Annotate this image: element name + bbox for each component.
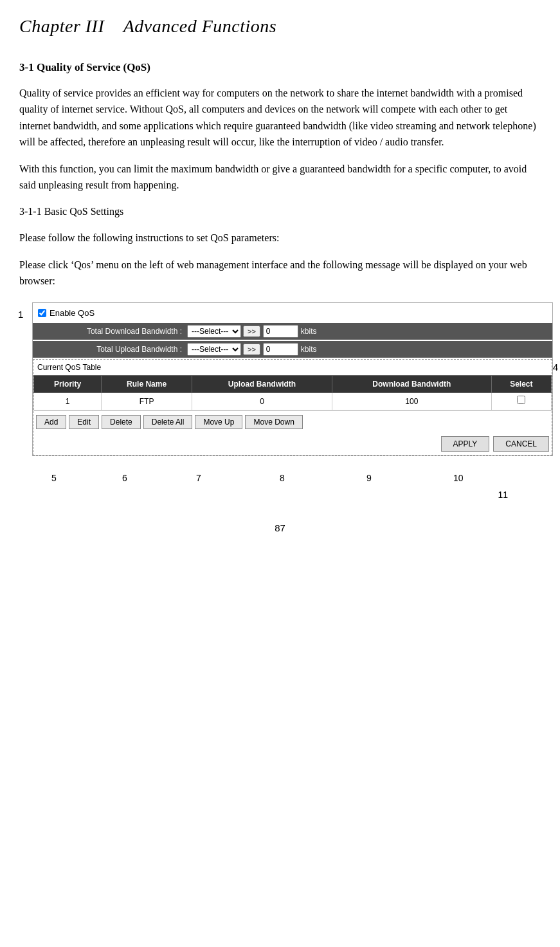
annotation-9: 9	[366, 472, 372, 485]
delete-all-button[interactable]: Delete All	[143, 415, 193, 429]
add-button[interactable]: Add	[36, 415, 66, 429]
edit-button[interactable]: Edit	[69, 415, 99, 429]
subsection-heading: 3-1-1 Basic QoS Settings	[19, 204, 541, 219]
qos-apply-row: APPLY CANCEL	[33, 433, 552, 455]
annotation-11: 11	[498, 488, 508, 502]
row-select-checkbox[interactable]	[517, 396, 525, 404]
annotation-10: 10	[453, 472, 464, 485]
qos-widget: Enable QoS Total Download Bandwidth : --…	[32, 302, 553, 457]
qos-table: Priority Rule Name Upload Bandwidth Down…	[33, 375, 552, 410]
page-title: Chapter III Advanced Functions	[19, 13, 541, 40]
col-upload-bw: Upload Bandwidth	[192, 376, 332, 393]
upload-arrow-button[interactable]: >>	[243, 344, 260, 355]
row-priority: 1	[34, 393, 102, 410]
enable-qos-label: Enable QoS	[50, 307, 95, 320]
enable-qos-checkbox[interactable]	[38, 309, 46, 317]
body-paragraph-1: Quality of service provides an efficient…	[19, 85, 541, 151]
move-up-button[interactable]: Move Up	[195, 415, 242, 429]
upload-label: Total Upload Bandwidth :	[33, 344, 187, 355]
row-download-bw: 100	[332, 393, 491, 410]
table-row: 1 FTP 0 100	[34, 393, 552, 410]
section-heading-text: 3-1 Quality of Service (QoS)	[19, 61, 150, 73]
download-label: Total Download Bandwidth :	[33, 326, 187, 337]
instruction-2: Please click ‘Qos’ menu on the left of w…	[19, 257, 541, 290]
title-label: Advanced Functions	[123, 16, 276, 36]
col-rule-name: Rule Name	[102, 376, 192, 393]
section-heading: 3-1 Quality of Service (QoS)	[19, 59, 541, 76]
page-number: 87	[19, 521, 541, 536]
col-select: Select	[491, 376, 551, 393]
row-rule-name: FTP	[102, 393, 192, 410]
upload-kbits-label: kbits	[301, 344, 317, 355]
download-select[interactable]: ---Select---	[187, 325, 241, 338]
download-value-input[interactable]	[263, 325, 298, 338]
apply-button[interactable]: APPLY	[441, 436, 490, 452]
upload-select[interactable]: ---Select---	[187, 343, 241, 356]
upload-value-input[interactable]	[263, 343, 298, 356]
row-upload-bw: 0	[192, 393, 332, 410]
col-priority: Priority	[34, 376, 102, 393]
download-arrow-button[interactable]: >>	[243, 326, 260, 337]
qos-table-section: Current QoS Table Priority Rule Name Upl…	[33, 359, 552, 455]
col-download-bw: Download Bandwidth	[332, 376, 491, 393]
download-kbits-label: kbits	[301, 326, 317, 337]
annotation-7: 7	[196, 472, 201, 485]
instruction-1: Please follow the following instructions…	[19, 230, 541, 246]
chapter-label: Chapter III	[19, 16, 104, 36]
move-down-button[interactable]: Move Down	[245, 415, 302, 429]
enable-qos-row: Enable QoS	[33, 303, 552, 324]
body-paragraph-2: With this function, you can limit the ma…	[19, 161, 541, 194]
upload-bandwidth-row: Total Upload Bandwidth : ---Select--- >>…	[33, 341, 552, 358]
delete-button[interactable]: Delete	[102, 415, 141, 429]
annotation-8: 8	[280, 472, 285, 485]
qos-buttons-row: Add Edit Delete Delete All Move Up Move …	[33, 410, 552, 433]
annotation-6: 6	[122, 472, 127, 485]
annotation-1: 1	[18, 308, 23, 322]
cancel-button[interactable]: CANCEL	[493, 436, 549, 452]
row-select[interactable]	[491, 393, 551, 410]
annotation-4: 4	[553, 360, 558, 375]
qos-table-title: Current QoS Table	[33, 360, 552, 375]
annotation-5: 5	[51, 472, 57, 485]
download-bandwidth-row: Total Download Bandwidth : ---Select--- …	[33, 323, 552, 340]
